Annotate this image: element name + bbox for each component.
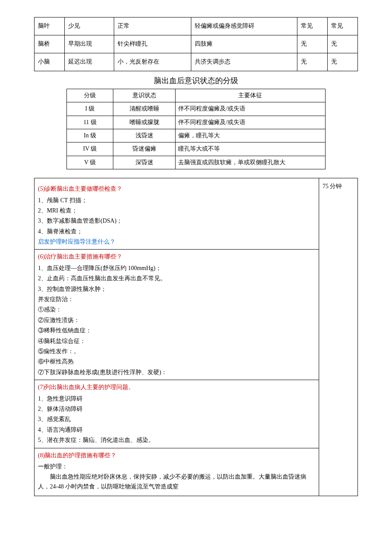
table-row: 脑叶 少见 正常 轻偏瘫或偏身感觉障碍 常见 常见 [35, 17, 358, 35]
list-item: 3、控制血管源性脑水肿； [38, 285, 315, 294]
cell: In 级 [67, 129, 113, 142]
section8-para: 脑出血急性期应绝对卧床休息，保持安静，减少不必要的搬运，以防出血加重。大量脑出血… [38, 472, 315, 491]
content-table: (5)诊断脑出血主要做哪些检查？ 1、颅脑 CT 扫描； 2、MRI 检查； 3… [34, 178, 358, 496]
list-item: ⑥中枢性高热 [38, 357, 315, 366]
list-item: 4、脑脊液检查； [38, 227, 315, 236]
table-row: IV 级 昏迷偏瘫 瞳孔等大或不等 [67, 142, 326, 156]
cell: 延迟出现 [65, 53, 114, 71]
divider [35, 380, 319, 380]
header-cell: 分级 [67, 89, 113, 102]
list-item: ⑦下肢深静脉血栓形成(患肢进行性浮肿、发硬)： [38, 368, 315, 377]
list-item: 1、颅脑 CT 扫描； [38, 196, 315, 205]
cell: 深昏迷 [113, 156, 176, 169]
list-item: 并发症防治： [38, 295, 315, 304]
cell: 无 [297, 35, 327, 53]
list-item: 2、MRI 检查； [38, 206, 315, 215]
content-cell: (5)诊断脑出血主要做哪些检查？ 1、颅脑 CT 扫描； 2、MRI 检查； 3… [35, 178, 319, 496]
header-cell: 主要体征 [175, 89, 325, 102]
cell: 轻偏瘫或偏身感觉障碍 [191, 17, 297, 35]
grading-table: 分级 意识状态 主要体征 I 级 清醒或嗜睡 伴不同程度偏瘫及/或失语 11 级… [66, 89, 326, 169]
section8-sub: 一般护理： [38, 462, 315, 471]
cell: V 级 [67, 156, 113, 169]
cell: 浅昏迷 [113, 129, 176, 142]
cell: 嗜睡或朦胧 [113, 116, 176, 129]
section5-note: 启发护理时应指导注意什么？ [38, 237, 315, 247]
list-item: 3、感觉紊乱 [38, 415, 315, 424]
cell: 脑叶 [35, 17, 65, 35]
cell: 脑桥 [35, 35, 65, 53]
section6-title: (6)治疗脑出血主要措施有哪些？ [38, 252, 315, 262]
list-item: 3、数字减影脑血管造影(DSA)； [38, 216, 315, 226]
cell: 四肢瘫 [191, 35, 297, 53]
cell: 清醒或嗜睡 [113, 102, 176, 116]
list-item: ②应激性溃疡： [38, 316, 315, 325]
divider [35, 249, 319, 250]
table-header-row: 分级 意识状态 主要体征 [67, 89, 326, 102]
cell: 伴不同程度偏瘫及/或失语 [175, 116, 325, 129]
cell: 少见 [65, 17, 114, 35]
list-item: 2、躯体活动障碍 [38, 404, 315, 414]
grading-table-title: 脑出血后意识状态的分级 [34, 75, 358, 87]
list-item: 4、语言沟通障碍 [38, 425, 315, 435]
list-item: 5、潜在并发症：脑疝、消化道出血、感染。 [38, 436, 315, 445]
section7-title: (7)列出脑出血病人主要的护理问题。 [38, 383, 315, 392]
cell: 小脑 [35, 53, 65, 71]
table-row: In 级 浅昏迷 偏瘫，瞳孔等大 [67, 129, 326, 142]
section5-title: (5)诊断脑出血主要做哪些检查？ [38, 184, 315, 194]
list-item: ①感染： [38, 305, 315, 314]
cell: 常见 [297, 17, 327, 35]
list-item: ④脑耗盐综合征： [38, 337, 315, 346]
list-item: ③稀释性低钠血症： [38, 326, 315, 335]
cell: 无 [327, 35, 357, 53]
cell: 偏瘫，瞳孔等大 [175, 129, 325, 142]
table-row: 脑桥 早期出现 针尖样瞳孔 四肢瘫 无 无 [35, 35, 358, 53]
table-row: V 级 深昏迷 去脑强直或四肢软瘫，单或双侧瞳孔散大 [67, 156, 326, 169]
divider [35, 448, 319, 448]
cell: 11 级 [67, 116, 113, 129]
cell: 共济失调步态 [191, 53, 297, 71]
cell: IV 级 [67, 142, 113, 156]
cell: 正常 [114, 17, 191, 35]
cell: I 级 [67, 102, 113, 116]
cell: 常见 [327, 17, 357, 35]
time-label: 75 分钟 [323, 182, 354, 191]
time-cell: 75 分钟 [319, 178, 357, 496]
cell: 小，光反射存在 [114, 53, 191, 71]
cell: 伴不同程度偏瘫及/或失语 [175, 102, 325, 116]
table-row: 11 级 嗜睡或朦胧 伴不同程度偏瘫及/或失语 [67, 116, 326, 129]
cell: 去脑强直或四肢软瘫，单或双侧瞳孔散大 [175, 156, 325, 169]
list-item: 1、急性意识障碍 [38, 394, 315, 404]
cell: 无 [327, 53, 357, 71]
cell: 针尖样瞳孔 [114, 35, 191, 53]
table-row: 小脑 延迟出现 小，光反射存在 共济失调步态 无 无 [35, 53, 358, 71]
cell: 早期出现 [65, 35, 114, 53]
cell: 昏迷偏瘫 [113, 142, 176, 156]
symptom-table: 脑叶 少见 正常 轻偏瘫或偏身感觉障碍 常见 常见 脑桥 早期出现 针尖样瞳孔 … [34, 17, 358, 71]
cell: 瞳孔等大或不等 [175, 142, 325, 156]
section8-title: (8)脑出血的护理措施有哪些？ [38, 451, 315, 460]
header-cell: 意识状态 [113, 89, 176, 102]
list-item: 1、血压处理—合理降压(舒张压约 100mmHg)； [38, 264, 315, 273]
table-row: I 级 清醒或嗜睡 伴不同程度偏瘫及/或失语 [67, 102, 326, 116]
list-item: ⑤痫性发作：。 [38, 347, 315, 356]
list-item: 2、止血药：高血压性脑出血发生再出血不常见。 [38, 274, 315, 283]
cell: 无 [297, 53, 327, 71]
